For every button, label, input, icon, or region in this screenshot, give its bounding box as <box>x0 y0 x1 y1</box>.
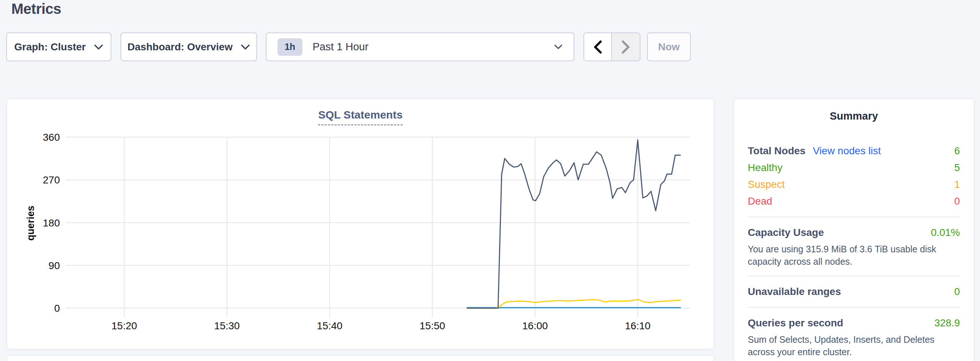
divider <box>748 276 960 276</box>
healthy-nodes-value: 5 <box>954 162 960 174</box>
summary-panel: Summary Total Nodes View nodes list 6 He… <box>734 99 974 361</box>
divider <box>748 307 960 308</box>
dead-nodes-value: 0 <box>954 195 960 207</box>
queries-per-second-label: Queries per second <box>748 317 843 329</box>
capacity-usage-value: 0.01% <box>931 227 960 239</box>
svg-text:16:00: 16:00 <box>522 320 548 331</box>
capacity-usage-description: You are using 315.9 MiB of 3.6 TiB usabl… <box>748 243 960 268</box>
capacity-usage-row: Capacity Usage 0.01% <box>748 224 960 241</box>
summary-title: Summary <box>748 110 960 122</box>
divider <box>748 217 960 217</box>
svg-text:15:20: 15:20 <box>111 320 137 331</box>
chevron-down-icon <box>240 44 250 50</box>
previous-timeframe-button[interactable] <box>584 33 612 60</box>
total-nodes-label: Total Nodes <box>748 145 805 157</box>
sql-statements-chart-card: SQL Statements 09018027036015:2015:3015:… <box>7 99 714 349</box>
suspect-nodes-value: 1 <box>954 179 960 190</box>
page-title: Metrics <box>11 1 61 17</box>
queries-per-second-value: 328.9 <box>934 317 960 329</box>
svg-text:0: 0 <box>54 302 60 314</box>
metrics-toolbar: Graph: Cluster Dashboard: Overview 1h Pa… <box>0 32 980 61</box>
sql-statements-chart: 09018027036015:2015:3015:4015:5016:0016:… <box>7 99 714 349</box>
healthy-nodes-row: Healthy 5 <box>748 159 960 176</box>
total-nodes-row: Total Nodes View nodes list 6 <box>748 142 960 159</box>
healthy-nodes-label: Healthy <box>748 162 783 174</box>
svg-text:180: 180 <box>43 217 60 229</box>
suspect-nodes-label: Suspect <box>748 179 785 190</box>
svg-text:270: 270 <box>43 174 60 185</box>
svg-text:queries: queries <box>25 206 36 241</box>
time-range-badge: 1h <box>277 38 302 56</box>
time-range-label: Past 1 Hour <box>313 41 368 53</box>
dead-nodes-label: Dead <box>748 195 772 207</box>
dashboard-dropdown[interactable]: Dashboard: Overview <box>121 32 257 61</box>
queries-per-second-row: Queries per second 328.9 <box>748 315 960 331</box>
next-chart-card <box>7 356 714 361</box>
unavailable-ranges-label: Unavailable ranges <box>748 286 841 298</box>
graph-dropdown-label: Graph: Cluster <box>14 41 86 53</box>
chevron-right-icon <box>621 40 631 54</box>
dashboard-dropdown-label: Dashboard: Overview <box>127 41 232 53</box>
next-timeframe-button[interactable] <box>612 33 640 60</box>
queries-per-second-description: Sum of Selects, Updates, Inserts, and De… <box>748 333 960 358</box>
now-button[interactable]: Now <box>647 32 691 61</box>
view-nodes-list-link[interactable]: View nodes list <box>813 145 881 157</box>
dead-nodes-row: Dead 0 <box>748 193 960 210</box>
chevron-down-icon <box>554 44 563 50</box>
time-range-dropdown[interactable]: 1h Past 1 Hour <box>266 32 574 61</box>
total-nodes-value: 6 <box>954 145 960 157</box>
svg-text:360: 360 <box>43 131 60 143</box>
svg-text:15:50: 15:50 <box>420 320 445 331</box>
svg-text:90: 90 <box>49 260 60 271</box>
chevron-down-icon <box>94 44 103 50</box>
svg-text:15:30: 15:30 <box>214 320 240 331</box>
time-step-button-group <box>584 32 640 61</box>
unavailable-ranges-row: Unavailable ranges 0 <box>748 283 960 300</box>
unavailable-ranges-value: 0 <box>954 286 960 298</box>
svg-text:16:10: 16:10 <box>625 320 651 331</box>
svg-text:15:40: 15:40 <box>317 320 342 331</box>
capacity-usage-label: Capacity Usage <box>748 227 824 239</box>
graph-dropdown[interactable]: Graph: Cluster <box>6 32 111 61</box>
chevron-left-icon <box>593 40 603 54</box>
suspect-nodes-row: Suspect 1 <box>748 176 960 193</box>
